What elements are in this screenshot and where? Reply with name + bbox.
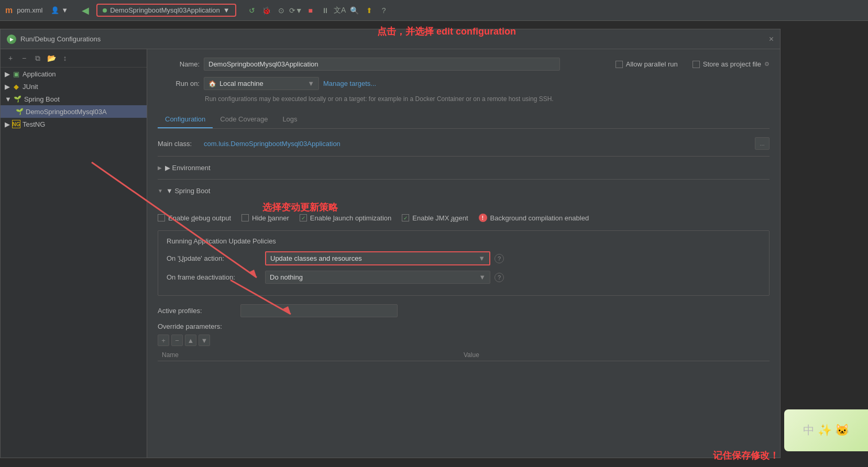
sidebar-item-springboot[interactable]: ▼ 🌱 Spring Boot <box>1 93 147 105</box>
policies-title: Running Application Update Policies <box>167 237 761 245</box>
springboot-arrow: ▼ <box>158 188 163 194</box>
coverage-icon[interactable]: ⊙ <box>275 4 288 17</box>
testng-icon: NG <box>12 120 20 128</box>
tab-logs[interactable]: Logs <box>275 111 304 128</box>
manage-targets-link[interactable]: Manage targets... <box>323 80 376 87</box>
sidebar-item-testng[interactable]: ▶ NG TestNG <box>1 118 147 130</box>
run-debug-dialog: ▶ Run/Debug Configurations × + − ⧉ 📂 ↕ ▶… <box>0 29 781 458</box>
running-app-policies: Running Application Update Policies On '… <box>158 230 770 296</box>
override-add-btn[interactable]: + <box>158 335 169 346</box>
sidebar-item-application[interactable]: ▶ ▣ Application <box>1 68 147 80</box>
junit-label: JUnit <box>23 83 38 91</box>
browse-main-class-btn[interactable]: ... <box>755 137 770 150</box>
config-tabs: Configuration Code Coverage Logs <box>158 111 770 129</box>
jmx-agent-label: Enable JMX agent <box>412 214 468 222</box>
springboot-icon: 🌱 <box>14 95 22 103</box>
jmx-agent-item: Enable JMX agent <box>402 214 468 222</box>
back-btn[interactable]: ◀ <box>82 5 89 16</box>
override-down-btn[interactable]: ▼ <box>199 335 210 346</box>
pause-icon[interactable]: ⏸ <box>319 4 332 17</box>
bug-icon[interactable]: 🐞 <box>260 4 273 17</box>
status-dot <box>103 8 107 13</box>
tab-code-coverage[interactable]: Code Coverage <box>213 111 275 128</box>
main-class-label: Main class: <box>158 140 200 148</box>
app-icon: m <box>5 6 13 15</box>
main-class-value: com.luis.DemoSpringbootMysql03Applicatio… <box>204 140 751 148</box>
override-up-btn[interactable]: ▲ <box>185 335 196 346</box>
config-sidebar: + − ⧉ 📂 ↕ ▶ ▣ Application ▶ ◆ JUnit ▼ <box>1 49 147 458</box>
copy-config-btn[interactable]: ⧉ <box>32 52 43 64</box>
active-profiles-input[interactable] <box>240 304 398 317</box>
run-on-description: Run configurations may be executed local… <box>205 94 770 104</box>
close-button[interactable]: × <box>769 35 774 44</box>
name-input[interactable] <box>204 58 560 71</box>
on-update-chevron: ▼ <box>478 254 485 262</box>
toolbar-icons: ↺ 🐞 ⊙ ⟳▼ ■ ⏸ 文A 🔍 ⬆ ? <box>246 4 390 17</box>
name-label: Name: <box>158 60 200 68</box>
active-profiles-label: Active profiles: <box>158 307 236 315</box>
tab-configuration[interactable]: Configuration <box>158 111 213 128</box>
run-on-label: Run on: <box>158 80 200 87</box>
on-frame-row: On frame deactivation: Do nothing ▼ ? <box>167 271 761 284</box>
store-project-label: Store as project file <box>703 60 761 68</box>
springboot-section-title: ▼ Spring Boot <box>166 187 210 195</box>
folder-btn[interactable]: 📂 <box>46 52 57 64</box>
search-icon[interactable]: 🔍 <box>348 4 361 17</box>
watermark-icons: 中 ✨ 🐱 <box>803 422 849 438</box>
remove-config-btn[interactable]: − <box>18 52 30 64</box>
springboot-section: ▼ ▼ Spring Boot 选择变动更新策略 Enable debug ou… <box>158 184 770 361</box>
run-config-selector[interactable]: DemoSpringbootMysql03Application ▼ <box>96 4 236 17</box>
testng-label: TestNG <box>23 120 45 128</box>
enable-debug-label: Enable debug output <box>168 214 231 222</box>
home-icon: 🏠 <box>208 80 216 87</box>
allow-parallel-checkbox[interactable] <box>616 61 623 68</box>
store-project-option: Store as project file ⚙ <box>693 60 770 68</box>
environment-section[interactable]: ▶ ▶ Environment <box>158 161 770 175</box>
on-frame-dropdown[interactable]: Do nothing ▼ <box>265 271 490 284</box>
dropdown-chevron: ▼ <box>223 6 230 14</box>
profile-icon[interactable]: ⟳▼ <box>290 4 302 17</box>
on-update-help[interactable]: ? <box>495 254 504 263</box>
jmx-agent-checkbox[interactable] <box>402 214 409 221</box>
hide-banner-checkbox[interactable] <box>241 214 249 221</box>
sidebar-item-demo-app[interactable]: 🌱 DemoSpringbootMysql03A <box>1 105 147 118</box>
user-icon: 👤 <box>51 6 59 14</box>
override-remove-btn[interactable]: − <box>171 335 183 346</box>
run-icon[interactable]: ↺ <box>246 4 258 17</box>
springboot-section-header[interactable]: ▼ ▼ Spring Boot <box>158 184 770 198</box>
allow-parallel-option: Allow parallel run <box>616 60 678 68</box>
dialog-title-bar: ▶ Run/Debug Configurations × <box>1 29 780 49</box>
name-col-header: Name <box>162 351 464 359</box>
user-menu[interactable]: 👤 ▼ <box>47 5 72 16</box>
enable-debug-item: Enable debug output <box>158 214 231 222</box>
run-on-chevron: ▼ <box>307 80 314 87</box>
hide-banner-item: Hide banner <box>241 214 289 222</box>
launch-opt-checkbox[interactable] <box>300 214 307 221</box>
springboot-checkboxes: Enable debug output Hide banner Enable l… <box>158 214 770 222</box>
override-label: Override parameters: <box>158 323 770 330</box>
sort-btn[interactable]: ↕ <box>59 52 71 64</box>
update-icon[interactable]: ⬆ <box>363 4 376 17</box>
on-update-dropdown[interactable]: Update classes and resources ▼ <box>265 251 490 265</box>
filename: pom.xml <box>17 6 42 14</box>
sidebar-item-junit[interactable]: ▶ ◆ JUnit <box>1 80 147 93</box>
sidebar-toolbar: + − ⧉ 📂 ↕ <box>1 49 147 68</box>
launch-opt-item: Enable launch optimization <box>300 214 391 222</box>
arrow-icon: ▶ <box>5 120 10 128</box>
on-frame-value: Do nothing <box>270 273 303 281</box>
arrow-icon: ▼ <box>5 95 12 103</box>
demo-app-label: DemoSpringbootMysql03A <box>26 108 107 116</box>
environment-label: ▶ Environment <box>165 164 211 172</box>
on-frame-help[interactable]: ? <box>495 273 504 282</box>
allow-parallel-label: Allow parallel run <box>626 60 678 68</box>
stop-icon[interactable]: ■ <box>304 4 317 17</box>
enable-debug-checkbox[interactable] <box>158 214 165 221</box>
store-project-checkbox[interactable] <box>693 61 700 68</box>
dialog-title: Run/Debug Configurations <box>20 35 101 43</box>
run-on-dropdown[interactable]: 🏠 Local machine ▼ <box>204 77 319 90</box>
on-frame-label: On frame deactivation: <box>167 273 261 281</box>
translate-icon[interactable]: 文A <box>334 4 346 17</box>
add-config-btn[interactable]: + <box>5 52 16 64</box>
on-update-row: On 'Update' action: Update classes and r… <box>167 251 761 265</box>
help-icon[interactable]: ? <box>378 4 390 17</box>
